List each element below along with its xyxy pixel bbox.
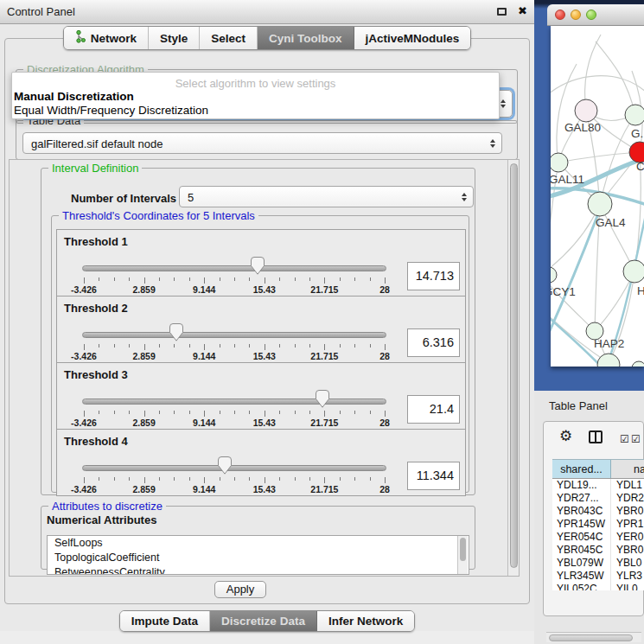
app-root: Control Panel ✖ NetworkStyleSelectCyni T… <box>0 0 644 644</box>
scrollbar-thumb[interactable] <box>460 538 466 561</box>
apply-button[interactable]: Apply <box>214 581 266 598</box>
cell-name: YIL0 <box>611 583 644 590</box>
num-intervals-label: Number of Intervals <box>71 192 176 205</box>
table-row[interactable]: YIL052CYIL0 <box>552 583 644 590</box>
threshold-2-value-field[interactable]: 6.316 <box>407 328 460 357</box>
stepper-down-icon <box>501 105 506 108</box>
gear-icon[interactable]: ⚙ <box>559 427 572 444</box>
network-node-gal4[interactable] <box>588 192 612 216</box>
column-header-shared-name[interactable]: shared... <box>552 460 611 478</box>
tick-mark <box>129 277 130 281</box>
float-window-icon[interactable] <box>497 8 507 16</box>
tick-label: 9.144 <box>193 484 215 494</box>
settings-vertical-scrollbar[interactable] <box>507 160 519 576</box>
right-pane: GAL80G.CGAL11GAL4GCY1HHAP2 Table Panel ⚙… <box>534 0 644 644</box>
tick-mark <box>385 411 386 417</box>
table-row[interactable]: YBR045CYBR0 <box>552 544 644 557</box>
table-row[interactable]: YPR145WYPR1 <box>552 518 644 531</box>
threshold-3-value-field[interactable]: 21.4 <box>407 395 460 424</box>
close-traffic-light-icon[interactable] <box>555 10 565 20</box>
tick-mark <box>340 411 341 414</box>
column-header-name[interactable]: na <box>611 460 644 478</box>
scrollbar-thumb[interactable] <box>549 634 633 641</box>
tick-mark <box>295 277 296 281</box>
table-row[interactable]: YDR27...YDR2 <box>552 492 644 505</box>
tick-label: 21.715 <box>310 418 338 428</box>
table-data-combo[interactable]: galFiltered.sif default node <box>22 132 502 154</box>
tick-label: 9.144 <box>193 351 215 361</box>
num-intervals-combo[interactable]: 5 <box>179 186 474 207</box>
threshold-4-value-field[interactable]: 11.344 <box>407 462 460 490</box>
tick-mark <box>189 277 190 281</box>
attributes-list-scrollbar[interactable] <box>457 536 468 574</box>
tick-mark <box>99 477 99 481</box>
tick-mark <box>144 277 145 284</box>
tab-network[interactable]: Network <box>64 27 149 49</box>
tab-label: Select <box>211 32 245 45</box>
table-row[interactable]: YBR043CYBR0 <box>552 505 644 518</box>
threshold-2-slider-thumb[interactable] <box>169 323 183 341</box>
tick-mark <box>279 277 280 281</box>
network-graph: GAL80G.CGAL11GAL4GCY1HHAP2 <box>551 26 644 367</box>
tab-label: Network <box>91 32 137 45</box>
table-data-group: Table Data galFiltered.sif default node <box>16 120 518 160</box>
tab-style[interactable]: Style <box>149 27 200 49</box>
network-node-gcy1[interactable] <box>551 267 557 283</box>
network-node-h[interactable] <box>623 260 644 283</box>
network-edge[interactable] <box>557 64 577 163</box>
tick-mark <box>174 277 175 281</box>
threshold-1-value-field[interactable]: 14.713 <box>407 262 460 290</box>
attribute-item-betweennesscentrality[interactable]: BetweennessCentrality <box>48 565 469 575</box>
network-canvas[interactable]: GAL80G.CGAL11GAL4GCY1HHAP2 <box>551 26 644 367</box>
tick-mark <box>114 477 115 481</box>
subtab-infer-network[interactable]: Infer Network <box>317 611 414 631</box>
dropdown-option-equal-width-frequency[interactable]: Equal Width/Frequency Discretization <box>14 104 208 117</box>
network-edge[interactable] <box>558 152 640 163</box>
checked-checkbox-icon[interactable]: ☑ <box>620 433 629 445</box>
attribute-item-selfloops[interactable]: SelfLoops <box>48 536 469 551</box>
threshold-3-panel: Threshold 3-3.4262.8599.14415.4321.71528… <box>56 362 466 430</box>
split-columns-icon[interactable] <box>589 430 603 443</box>
group-title: Threshold's Coordinates for 5 Intervals <box>59 209 258 222</box>
interval-definition-group: Interval Definition Number of Intervals … <box>41 168 475 495</box>
network-window-titlebar <box>547 4 644 26</box>
numerical-attributes-list[interactable]: SelfLoopsTopologicalCoefficientBetweenne… <box>47 535 469 575</box>
subtab-impute-data[interactable]: Impute Data <box>120 611 210 631</box>
close-icon[interactable]: ✖ <box>518 4 527 17</box>
network-node-gal11[interactable] <box>551 153 568 172</box>
table-row[interactable]: YBL079WYBL0 <box>552 557 644 570</box>
threshold-3-slider-thumb[interactable] <box>316 390 329 408</box>
minimize-traffic-light-icon[interactable] <box>571 10 581 20</box>
network-node[interactable] <box>597 354 620 367</box>
table-row[interactable]: YLR345WYLR3 <box>552 570 644 583</box>
network-edge[interactable] <box>596 41 635 115</box>
tick-mark <box>114 411 115 414</box>
table-row[interactable]: YER054CYER0 <box>552 531 644 544</box>
table-row[interactable]: YDL19...YDL1 <box>552 479 644 492</box>
dropdown-option-manual-discretization[interactable]: Manual Discretization <box>14 90 134 103</box>
tick-mark <box>159 411 160 414</box>
network-node-g[interactable] <box>625 105 644 125</box>
tick-mark <box>265 344 265 350</box>
network-node-gal80[interactable] <box>575 99 597 122</box>
tick-mark <box>385 477 386 483</box>
tab-select[interactable]: Select <box>200 27 258 49</box>
tick-label: -3.426 <box>71 284 97 295</box>
tab-jactivemnodules[interactable]: jActiveMNodules <box>354 27 471 49</box>
zoom-traffic-light-icon[interactable] <box>586 10 596 20</box>
threshold-4-slider-thumb[interactable] <box>218 456 232 475</box>
cell-name: YBR0 <box>611 505 644 518</box>
num-intervals-value: 5 <box>188 190 194 203</box>
checked-checkbox-icon[interactable]: ☑ <box>631 433 641 445</box>
tick-label: -3.426 <box>71 418 97 428</box>
attribute-item-topologicalcoefficient[interactable]: TopologicalCoefficient <box>48 551 469 565</box>
tick-mark <box>234 477 235 481</box>
network-node[interactable] <box>632 361 644 367</box>
table-horizontal-scrollbar[interactable] <box>546 632 641 642</box>
threshold-1-slider-thumb[interactable] <box>251 257 265 275</box>
cell-name: YLR3 <box>611 570 644 583</box>
tick-label: 28 <box>379 351 390 361</box>
tab-cyni-toolbox[interactable]: Cyni Toolbox <box>258 27 354 49</box>
subtab-discretize-data[interactable]: Discretize Data <box>210 611 317 631</box>
scrollbar-thumb[interactable] <box>510 163 518 568</box>
